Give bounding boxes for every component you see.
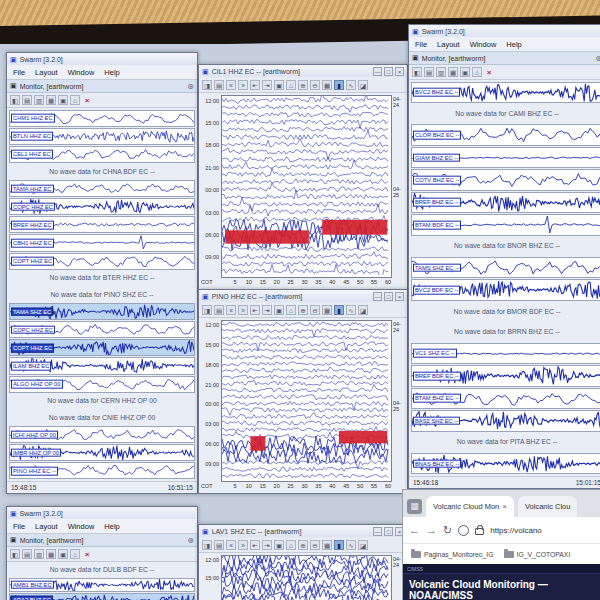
scroll-back-button[interactable]: « [226, 305, 236, 315]
channel-row[interactable]: BNAS BHZ EC -- [411, 453, 600, 474]
channel-row[interactable]: COTV BHZ EC -- [411, 169, 600, 190]
columns-button[interactable]: ▦ [46, 549, 56, 559]
home-button[interactable]: ⌂ [70, 95, 80, 105]
pin-button[interactable]: ◪ [358, 305, 368, 315]
channel-row[interactable]: BVC2 BDF EC -- [411, 279, 600, 300]
monitor-panel-header[interactable]: ▣ Monitor, [earthworm] ⊛ [7, 80, 197, 93]
channel-row[interactable]: BVC2 BHZ EC -- [411, 82, 600, 103]
helicorder-body[interactable]: 12:0015:00 04-24 [199, 553, 407, 600]
one-minute-button[interactable]: ▮ [334, 540, 344, 550]
channel-row[interactable]: No wave data for CHNA BDF EC -- [9, 164, 195, 179]
window-titlebar[interactable]: ▣ Swarm [3.2.0] [409, 25, 600, 37]
open-button[interactable]: ◨ [202, 305, 212, 315]
wave-view-button[interactable]: ∿ [346, 80, 356, 90]
channel-row[interactable]: TAMA SHZ EC [9, 303, 195, 320]
page-forward-button[interactable]: ⇥ [262, 305, 272, 315]
close-monitor-button[interactable]: × [82, 96, 92, 105]
channel-row[interactable]: BTAM BDF EC -- [411, 214, 600, 235]
scroll-forward-button[interactable]: » [238, 540, 248, 550]
wave-view-button[interactable]: ∿ [346, 305, 356, 315]
menu-item[interactable]: File [13, 68, 25, 77]
maximize-button[interactable]: □ [384, 527, 393, 536]
monitor-panel-header[interactable]: ▣ Monitor, [earthworm] ⊛ [409, 52, 600, 65]
channel-row[interactable]: BREF BHZ EC -- [411, 192, 600, 213]
channel-row[interactable]: COPT HHZ EC [9, 253, 195, 270]
bookmark-item[interactable]: Paginas_Monitoreo_IG [411, 551, 494, 558]
channel-row[interactable]: AMB1 BHZ EC [9, 578, 195, 592]
grid-button[interactable]: ▦ [322, 305, 332, 315]
zoom-in-button[interactable]: ⊕ [298, 540, 308, 550]
menu-item[interactable]: Window [68, 68, 95, 77]
chart-button[interactable]: ▣ [58, 549, 68, 559]
close-button[interactable]: × [395, 292, 404, 301]
clipboard-button[interactable]: ▤ [214, 80, 224, 90]
home-button[interactable]: ⌂ [472, 67, 482, 77]
close-monitor-button[interactable]: × [82, 550, 92, 559]
zoom-out-button[interactable]: ⊖ [310, 80, 320, 90]
one-minute-button[interactable]: ▮ [334, 80, 344, 90]
window-titlebar[interactable]: ▣ Swarm [3.2.0] [7, 507, 197, 519]
tab-close-icon[interactable]: × [502, 502, 507, 511]
home-button[interactable]: ⌂ [286, 540, 296, 550]
columns-button[interactable]: ▦ [46, 95, 56, 105]
wave-view-button[interactable]: ∿ [346, 540, 356, 550]
close-button[interactable]: × [395, 67, 404, 76]
channel-row[interactable]: ICHI HHZ OP 00 [9, 426, 195, 443]
compress-button[interactable]: ◧ [10, 549, 20, 559]
window-titlebar[interactable]: ▣ Swarm [3.2.0] [7, 53, 197, 65]
compress-button[interactable]: ▣ [274, 540, 284, 550]
channel-row[interactable]: No wave data for DULB BDF EC -- [9, 564, 195, 577]
channel-row[interactable]: CBH1 HHZ EC [9, 234, 195, 251]
channel-row[interactable]: CLOR BHZ EC -- [411, 124, 600, 145]
menu-item[interactable]: File [415, 40, 427, 49]
chart-button[interactable]: ▣ [58, 95, 68, 105]
bookmark-item[interactable]: IG_V_COTOPAXI [504, 551, 571, 558]
maximize-button[interactable]: □ [384, 67, 393, 76]
channel-row[interactable]: No wave data for CERN HHZ OP 00 [9, 394, 195, 409]
helicorder-plot[interactable] [221, 320, 392, 482]
menu-item[interactable]: Help [104, 522, 119, 531]
browser-app-icon[interactable]: ▦ [407, 499, 422, 514]
minimize-button[interactable]: — [373, 67, 382, 76]
channel-row[interactable]: No wave data for PITA BHZ EC -- [411, 433, 600, 452]
helicorder-body[interactable]: 12:0015:0018:0021:0000:0003:0006:0009:00… [199, 318, 407, 493]
pause-button[interactable]: ▥ [34, 549, 44, 559]
pin-button[interactable]: ◪ [358, 80, 368, 90]
clipboard-button[interactable]: ▤ [214, 305, 224, 315]
channel-row[interactable]: BAS2 SHZ EC -- [411, 410, 600, 431]
menu-item[interactable]: Window [68, 522, 95, 531]
pause-button[interactable]: ▥ [436, 67, 446, 77]
page-forward-button[interactable]: ⇥ [262, 80, 272, 90]
compress-button[interactable]: ◧ [10, 95, 20, 105]
forward-icon[interactable]: → [426, 524, 437, 536]
channel-row[interactable]: ARA2 BHZ EC [9, 593, 195, 600]
channel-row[interactable]: No wave data for PINO SHZ EC -- [9, 287, 195, 302]
zoom-out-button[interactable]: ⊖ [310, 540, 320, 550]
monitor-panel-header[interactable]: ▣ Monitor, [earthworm] ⊛ [7, 534, 197, 547]
browser-tab[interactable]: Volcanic Clou × [518, 496, 577, 517]
page-back-button[interactable]: ⇤ [250, 80, 260, 90]
scroll-forward-button[interactable]: » [238, 305, 248, 315]
channel-row[interactable]: No wave data for BMOR BDF EC -- [411, 302, 600, 321]
channel-row[interactable]: No wave data for CAMI BHZ EC -- [411, 104, 600, 123]
channel-row[interactable]: CEL1 HHZ EC [9, 146, 195, 163]
helicorder-plot[interactable] [221, 95, 392, 278]
scroll-back-button[interactable]: « [226, 540, 236, 550]
refresh-icon[interactable]: ⊛ [187, 536, 194, 545]
channel-row[interactable]: VC1 SHZ EC -- [411, 343, 600, 364]
channel-row[interactable]: No wave data for BTER HHZ EC -- [9, 271, 195, 286]
channel-row[interactable]: IMBR HHZ OP 00 [9, 444, 195, 461]
back-icon[interactable]: ← [409, 524, 420, 536]
minimize-button[interactable]: — [373, 292, 382, 301]
channel-row[interactable]: TAMS SHZ EC -- [411, 257, 600, 278]
channel-row[interactable]: BTLN HHZ EC [9, 128, 195, 145]
channel-row[interactable]: COPC HHZ EC [9, 198, 195, 215]
compress-button[interactable]: ◧ [412, 67, 422, 77]
close-monitor-button[interactable]: × [484, 68, 494, 77]
window-titlebar[interactable]: ▣ PINO HHZ EC -- [earthworm] —□× [199, 290, 407, 302]
maximize-button[interactable]: □ [384, 292, 393, 301]
menu-item[interactable]: Help [104, 68, 119, 77]
site-info-icon[interactable] [458, 525, 469, 536]
page-back-button[interactable]: ⇤ [250, 305, 260, 315]
columns-button[interactable]: ▦ [448, 67, 458, 77]
